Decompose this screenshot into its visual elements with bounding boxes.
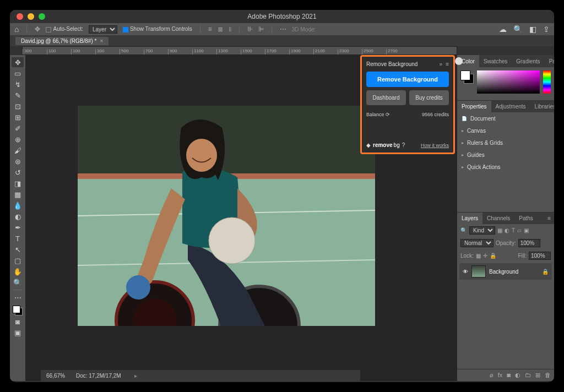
tab-libraries[interactable]: Libraries	[530, 101, 554, 112]
layer-thumbnail[interactable]	[471, 265, 486, 277]
brush-tool[interactable]: 🖌	[12, 145, 24, 155]
mask-icon[interactable]: ◙	[507, 372, 511, 379]
hand-tool[interactable]: ✋	[12, 266, 24, 276]
tab-patterns[interactable]: Patterns	[545, 55, 554, 67]
filter-adjust-icon[interactable]: ◐	[505, 227, 509, 233]
plugin-dock-icon[interactable]	[455, 57, 463, 65]
balance-label: Balance	[366, 112, 384, 117]
eraser-tool[interactable]: ◨	[12, 178, 24, 188]
more-icon[interactable]: ⋯	[280, 25, 286, 33]
filter-pixel-icon[interactable]: ▦	[497, 227, 502, 233]
close-icon[interactable]	[17, 13, 23, 20]
tab-gradients[interactable]: Gradients	[512, 55, 544, 67]
delete-icon[interactable]: 🗑	[545, 372, 551, 379]
remove-background-button[interactable]: Remove Background	[366, 72, 449, 87]
pen-tool[interactable]: ✒	[12, 222, 24, 232]
opacity-input[interactable]	[518, 239, 540, 247]
props-rulers[interactable]: Rulers & Grids	[457, 137, 554, 149]
marquee-tool[interactable]: ▭	[12, 68, 24, 78]
crop-tool[interactable]: ⊡	[12, 101, 24, 111]
type-tool[interactable]: T	[12, 233, 24, 243]
panel-menu-icon[interactable]: ≡	[544, 213, 554, 224]
fill-input[interactable]	[529, 252, 551, 260]
shape-tool[interactable]: ▢	[12, 255, 24, 265]
props-canvas[interactable]: Canvas	[457, 124, 554, 137]
lock-icon[interactable]: 🔒	[542, 269, 549, 275]
history-brush-tool[interactable]: ↺	[12, 167, 24, 177]
align-icon-2[interactable]: ≣	[218, 25, 223, 33]
quickmask-icon[interactable]: ◙	[12, 317, 24, 326]
chevron-right-icon[interactable]: ▸	[134, 373, 137, 379]
share-icon[interactable]: ⇪	[543, 25, 550, 34]
layer-filter-dropdown[interactable]: Kind	[469, 226, 495, 235]
edit-toolbar-icon[interactable]: ⋯	[12, 292, 24, 302]
lock-all-icon[interactable]: 🔒	[490, 253, 496, 259]
layer-filter-icon[interactable]: 🔍	[460, 227, 467, 233]
zoom-tool[interactable]: 🔍	[12, 277, 24, 287]
collapse-icon[interactable]: »	[440, 61, 443, 67]
layer-row[interactable]: 👁 Background 🔒	[459, 263, 552, 280]
path-tool[interactable]: ↖	[12, 244, 24, 254]
hue-strip[interactable]	[543, 70, 551, 94]
lock-pixels-icon[interactable]: ▦	[476, 253, 481, 259]
blur-tool[interactable]: 💧	[12, 200, 24, 210]
screenmode-icon[interactable]: ▣	[12, 328, 24, 337]
group-icon[interactable]: 🗀	[525, 372, 531, 379]
show-transform-toggle[interactable]: Show Transform Controls	[123, 26, 192, 32]
fx-icon[interactable]: fx	[498, 372, 503, 379]
eyedropper-tool[interactable]: ✐	[12, 123, 24, 133]
healing-tool[interactable]: ⊕	[12, 134, 24, 144]
help-icon[interactable]: ?	[402, 142, 405, 148]
how-it-works-link[interactable]: How it works	[421, 143, 449, 148]
zoom-level[interactable]: 66,67%	[46, 373, 65, 379]
filter-shape-icon[interactable]: ▱	[517, 227, 522, 233]
auto-select-toggle[interactable]: Auto-Select:	[46, 26, 83, 32]
filter-type-icon[interactable]: T	[512, 227, 515, 233]
adjustment-icon[interactable]: ◐	[515, 372, 520, 379]
distribute-icon-2[interactable]: ⊫	[258, 25, 264, 33]
workspace-icon[interactable]: ◧	[529, 25, 536, 34]
buy-credits-button[interactable]: Buy credits	[409, 90, 449, 105]
fg-bg-swatch[interactable]	[460, 70, 474, 97]
move-tool-icon[interactable]: ✥	[35, 25, 40, 33]
auto-select-dropdown[interactable]: Layer	[89, 25, 117, 34]
quick-select-tool[interactable]: ✎	[12, 90, 24, 100]
blend-mode-dropdown[interactable]: Normal	[460, 239, 494, 247]
document-tab[interactable]: David.jpg @ 66,7% (RGB/8#) * ×	[15, 37, 109, 45]
search-icon[interactable]: 🔍	[513, 25, 523, 34]
clone-tool[interactable]: ⊛	[12, 156, 24, 166]
color-swatch[interactable]	[13, 306, 23, 315]
filter-smart-icon[interactable]: ▣	[524, 227, 529, 233]
panel-menu-icon[interactable]: ≡	[446, 61, 449, 67]
maximize-icon[interactable]	[39, 13, 45, 20]
gradient-tool[interactable]: ▦	[12, 189, 24, 199]
refresh-icon[interactable]: ⟳	[386, 112, 390, 117]
tab-channels[interactable]: Channels	[482, 213, 514, 224]
lasso-tool[interactable]: ↯	[12, 79, 24, 89]
tab-layers[interactable]: Layers	[457, 213, 482, 224]
align-icon[interactable]: ≡	[208, 25, 212, 33]
document-tabs: David.jpg @ 66,7% (RGB/8#) * ×	[10, 35, 554, 46]
color-field[interactable]	[477, 70, 540, 94]
move-tool[interactable]: ✥	[12, 57, 24, 67]
dashboard-button[interactable]: Dashboard	[366, 90, 406, 105]
align-icon-3[interactable]: ⫴	[229, 25, 231, 33]
home-icon[interactable]: ⌂	[14, 25, 19, 34]
tab-adjustments[interactable]: Adjustments	[491, 101, 530, 112]
tab-properties[interactable]: Properties	[457, 101, 491, 112]
lock-position-icon[interactable]: ✛	[483, 253, 487, 259]
props-quickactions[interactable]: Quick Actions	[457, 161, 554, 173]
distribute-icon[interactable]: ⊪	[247, 25, 253, 33]
tab-swatches[interactable]: Swatches	[479, 55, 512, 67]
document-image[interactable]	[78, 106, 375, 326]
link-icon[interactable]: ⌀	[490, 372, 494, 379]
visibility-icon[interactable]: 👁	[463, 269, 468, 275]
frame-tool[interactable]: ⊞	[12, 112, 24, 122]
props-guides[interactable]: Guides	[457, 149, 554, 161]
close-tab-icon[interactable]: ×	[100, 38, 103, 44]
dodge-tool[interactable]: ◐	[12, 211, 24, 221]
minimize-icon[interactable]	[28, 13, 34, 20]
search-icon[interactable]: ☁	[499, 25, 507, 34]
tab-paths[interactable]: Paths	[514, 213, 538, 224]
new-layer-icon[interactable]: ⊞	[535, 372, 540, 379]
